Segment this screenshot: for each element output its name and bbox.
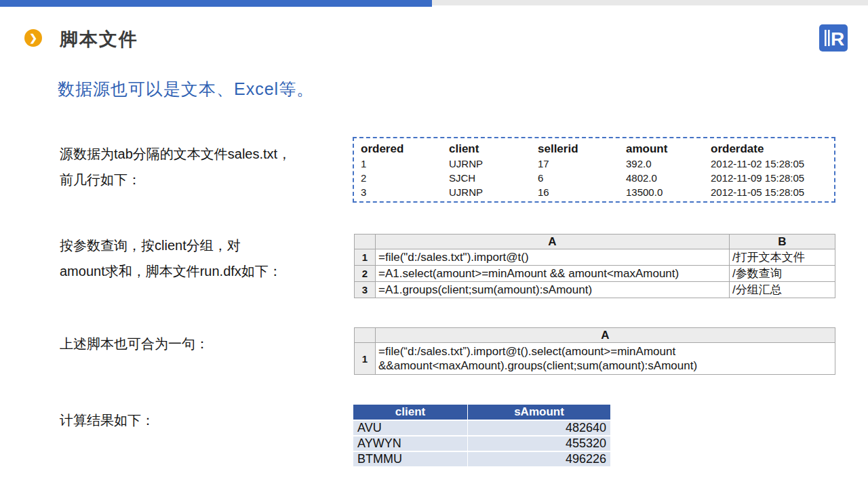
comment-cell: /分组汇总 <box>730 282 835 298</box>
column-header: client <box>353 405 467 420</box>
page-title: 脚本文件 <box>60 27 138 52</box>
paragraph-query-group: 按参数查询，按client分组，对 amount求和，脚本文件run.dfx如下… <box>60 232 358 284</box>
paragraph-oneliner: 上述脚本也可合为一句： <box>60 331 358 357</box>
result-header-row: client sAmount <box>353 405 610 420</box>
table-row: 2 SJCH 6 4802.0 2012-11-09 15:28:05 <box>354 171 834 185</box>
column-header-a: A <box>376 235 730 249</box>
formula-line: &&amount<maxAmount).groups(client;sum(am… <box>378 359 832 373</box>
corner-cell <box>355 235 376 249</box>
sales-header-row: ordered client sellerid amount orderdate <box>354 140 834 157</box>
chevron-right-icon: ❯ <box>29 33 37 43</box>
paragraph-line: 上述脚本也可合为一句： <box>60 331 358 357</box>
spreadsheet-header-row: A B <box>355 235 835 249</box>
table-row: AVU 482640 <box>353 421 610 435</box>
cell: 1 <box>354 157 442 171</box>
table-row: 2 =A1.select(amount>=minAmount && amount… <box>355 266 835 282</box>
column-header: client <box>442 140 531 157</box>
spreadsheet-header-row: A <box>355 328 835 343</box>
paragraph-line: 前几行如下： <box>60 167 358 192</box>
paragraph-line: 按参数查询，按client分组，对 <box>60 232 358 258</box>
paragraph-line: amount求和，脚本文件run.dfx如下： <box>60 258 358 284</box>
cell: UJRNP <box>442 185 531 199</box>
cell: 2 <box>354 171 442 185</box>
cell: SJCH <box>442 171 531 185</box>
formula-cell: =file("d:/sales.txt").import@t() <box>376 249 730 266</box>
table-row: AYWYN 455320 <box>353 436 610 451</box>
top-gray-bar <box>432 0 868 5</box>
table-row: BTMMU 496226 <box>353 452 610 466</box>
formula-line: =file(“d:/sales.txt”).import@t().select(… <box>378 344 832 359</box>
formula-cell: =file(“d:/sales.txt”).import@t().select(… <box>376 343 835 375</box>
result-table: client sAmount AVU 482640 AYWYN 455320 B… <box>353 403 611 468</box>
arrow-bullet-icon: ❯ <box>24 29 42 47</box>
table-row: 1 =file("d:/sales.txt").import@t() /打开文本… <box>355 249 835 266</box>
table-row: 1 UJRNP 17 392.0 2012-11-02 15:28:05 <box>354 157 834 171</box>
sales-preview-table: ordered client sellerid amount orderdate… <box>354 140 834 199</box>
formula-cell: =A1.select(amount>=minAmount && amount<m… <box>376 266 730 282</box>
paragraph-line: 源数据为tab分隔的文本文件sales.txt， <box>60 141 358 167</box>
cell: 6 <box>531 171 619 185</box>
oneliner-spreadsheet-table: A 1 =file(“d:/sales.txt”).import@t().sel… <box>354 327 835 375</box>
cell: 392.0 <box>619 157 704 171</box>
cell: 3 <box>354 185 442 199</box>
corner-cell <box>355 328 376 343</box>
cell: 16 <box>531 185 619 199</box>
top-accent-bar <box>0 0 432 7</box>
raqsoft-logo-icon: R <box>819 24 848 52</box>
sales-txt-preview-box: ordered client sellerid amount orderdate… <box>353 137 835 203</box>
column-header-a: A <box>376 328 835 343</box>
comment-cell: /参数查询 <box>730 266 835 282</box>
column-header: orderdate <box>704 140 834 157</box>
row-number: 1 <box>355 343 376 375</box>
cell: 2012-11-02 15:28:05 <box>704 157 834 171</box>
row-number: 3 <box>355 282 376 298</box>
row-number: 2 <box>355 266 376 282</box>
paragraph-source-data: 源数据为tab分隔的文本文件sales.txt， 前几行如下： <box>60 141 358 192</box>
client-cell: AVU <box>353 421 467 435</box>
amount-cell: 496226 <box>468 452 610 466</box>
amount-cell: 455320 <box>468 436 610 451</box>
column-header: sAmount <box>468 405 610 420</box>
client-cell: BTMMU <box>353 452 467 466</box>
column-header: sellerid <box>531 140 619 157</box>
column-header: ordered <box>354 140 442 157</box>
table-row: 3 =A1.groups(client;sum(amount):sAmount)… <box>355 282 835 298</box>
script-spreadsheet-table: A B 1 =file("d:/sales.txt").import@t() /… <box>354 234 835 298</box>
paragraph-line: 计算结果如下： <box>60 407 358 433</box>
table-row: 1 =file(“d:/sales.txt”).import@t().selec… <box>355 343 835 375</box>
cell: 13500.0 <box>619 185 704 199</box>
cell: 4802.0 <box>619 171 704 185</box>
table-row: 3 UJRNP 16 13500.0 2012-11-05 15:28:05 <box>354 185 834 199</box>
client-cell: AYWYN <box>353 436 467 451</box>
comment-cell: /打开文本文件 <box>730 249 835 266</box>
cell: 17 <box>531 157 619 171</box>
logo-letter: R <box>831 28 844 49</box>
paragraph-result: 计算结果如下： <box>60 407 358 433</box>
cell: 2012-11-09 15:28:05 <box>704 171 834 185</box>
formula-cell: =A1.groups(client;sum(amount):sAmount) <box>376 282 730 298</box>
column-header-b: B <box>730 235 835 249</box>
cell: UJRNP <box>442 157 531 171</box>
slide-subtitle: 数据源也可以是文本、Excel等。 <box>58 78 314 100</box>
row-number: 1 <box>355 249 376 266</box>
amount-cell: 482640 <box>468 421 610 435</box>
cell: 2012-11-05 15:28:05 <box>704 185 834 199</box>
column-header: amount <box>619 140 704 157</box>
